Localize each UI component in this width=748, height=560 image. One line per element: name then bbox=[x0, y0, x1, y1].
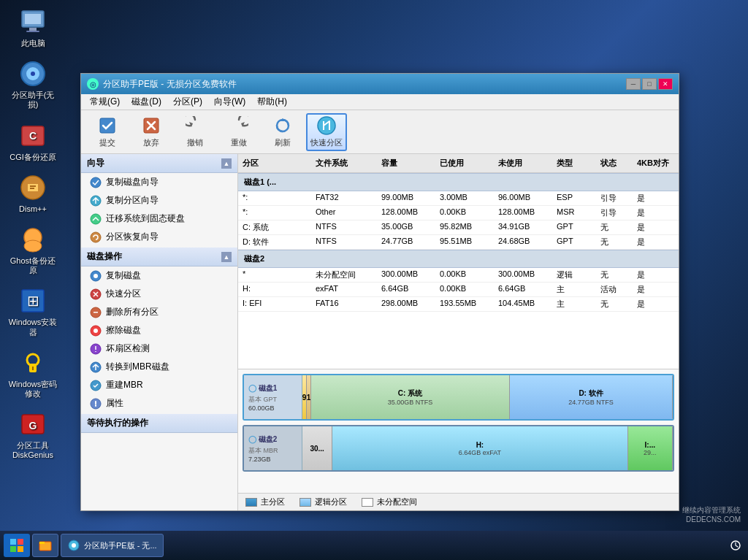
legend-bar: 主分区 逻辑分区 未分配空间 bbox=[238, 493, 679, 510]
sidebar-copy-partition-wizard[interactable]: 复制分区向导 bbox=[81, 191, 237, 210]
undo-label: 撤销 bbox=[187, 137, 203, 148]
maximize-button[interactable]: □ bbox=[642, 78, 657, 90]
table-row[interactable]: H: exFAT 6.64GB 0.00KB 6.64GB 主 活动 是 bbox=[238, 283, 679, 297]
table-row[interactable]: D: 软件 NTFS 24.77GB 95.51MB 24.68GB GPT 无… bbox=[238, 235, 679, 250]
svg-rect-16 bbox=[32, 367, 34, 370]
copy-partition-icon bbox=[90, 195, 102, 207]
menu-partition[interactable]: 分区(P) bbox=[167, 94, 208, 110]
seg-name: D: 软件 bbox=[579, 388, 603, 399]
disk2-unalloc-segment[interactable]: 30... bbox=[302, 426, 332, 470]
sidebar-quick-partition[interactable]: 快速分区 bbox=[81, 285, 237, 303]
table-row[interactable]: * 未分配空间 300.00MB 0.00KB 300.00MB 逻辑 无 是 bbox=[238, 268, 679, 283]
refresh-button[interactable]: 刷新 bbox=[262, 113, 303, 151]
partition-table: 分区 文件系统 容量 已使用 未使用 类型 状态 4KB对齐 磁盘1 (... … bbox=[238, 154, 679, 369]
cell-used: 0.00KB bbox=[435, 283, 494, 296]
table-row[interactable]: C: 系统 NTFS 35.00GB 95.82MB 34.91GB GPT 无… bbox=[238, 220, 679, 235]
sidebar-migrate-system[interactable]: 迁移系统到固态硬盘 bbox=[81, 210, 237, 228]
desktop-icon-wininstall[interactable]: ⊞ Windows安装器 bbox=[7, 286, 58, 337]
svg-point-6 bbox=[31, 72, 35, 76]
sidebar-properties[interactable]: 属性 bbox=[81, 394, 237, 413]
svg-point-11 bbox=[24, 240, 42, 252]
table-row[interactable]: I: EFI FAT16 298.00MB 193.55MB 104.45MB … bbox=[238, 297, 679, 312]
cell-status: 无 bbox=[596, 220, 633, 234]
ghost-icon bbox=[18, 225, 47, 254]
discard-button[interactable]: 放弃 bbox=[131, 113, 172, 151]
desktop-icon-winpwd[interactable]: Windows密码修改 bbox=[7, 348, 58, 399]
disk-ops-section-header: 磁盘操作 ▲ bbox=[81, 248, 237, 266]
disk2-info: ◯ 磁盘2 基本 MBR 7.23GB bbox=[244, 426, 302, 470]
taskbar-right bbox=[730, 540, 744, 551]
sidebar-partition-recovery[interactable]: 分区恢复向导 bbox=[81, 228, 237, 246]
taskbar-file-explorer[interactable] bbox=[32, 534, 58, 557]
col-type: 类型 bbox=[552, 156, 596, 170]
table-row[interactable]: *: Other 128.00MB 0.00KB 128.00MB MSR 引导… bbox=[238, 206, 679, 220]
disk2-type: 基本 MBR bbox=[248, 446, 297, 456]
properties-label: 属性 bbox=[106, 397, 123, 410]
menu-disk[interactable]: 磁盘(D) bbox=[126, 94, 167, 110]
menu-bar: 常规(G) 磁盘(D) 分区(P) 向导(W) 帮助(H) bbox=[81, 94, 679, 110]
cell-align: 是 bbox=[633, 206, 676, 220]
sidebar-wipe-disk[interactable]: 擦除磁盘 bbox=[81, 321, 237, 340]
cell-cap: 128.00MB bbox=[377, 206, 435, 220]
sidebar-rebuild-mbr[interactable]: 重建MBR bbox=[81, 376, 237, 394]
rebuild-mbr-icon bbox=[90, 380, 102, 391]
cell-status: 引导 bbox=[596, 191, 633, 205]
redo-button[interactable]: 重做 bbox=[218, 113, 259, 151]
discard-label: 放弃 bbox=[143, 137, 159, 148]
desktop-icon-cgi[interactable]: C CGI备份还原 bbox=[7, 121, 58, 162]
undo-button[interactable]: 撤销 bbox=[175, 113, 215, 151]
menu-regular[interactable]: 常规(G) bbox=[84, 94, 126, 110]
table-row[interactable]: *: FAT32 99.00MB 3.00MB 96.00MB ESP 引导 是 bbox=[238, 191, 679, 206]
desktop-icon-pc[interactable]: 此电脑 bbox=[7, 7, 58, 48]
minimize-button[interactable]: ─ bbox=[626, 78, 641, 90]
sidebar-convert-mbr[interactable]: 转换到MBR磁盘 bbox=[81, 358, 237, 376]
taskbar-app-item[interactable]: 分区助手PE版 - 无... bbox=[61, 534, 164, 557]
desktop-icon-dism[interactable]: Dism++ bbox=[7, 173, 58, 214]
start-button[interactable] bbox=[4, 534, 30, 557]
cell-unused: 300.00MB bbox=[494, 268, 552, 282]
sidebar-copy-disk-wizard[interactable]: 复制磁盘向导 bbox=[81, 173, 237, 191]
quick-partition-button[interactable]: 快速分区 bbox=[306, 113, 347, 151]
submit-button[interactable]: 提交 bbox=[87, 113, 128, 151]
refresh-label: 刷新 bbox=[275, 137, 291, 148]
cell-align: 是 bbox=[633, 297, 676, 311]
taskbar: 分区助手PE版 - 无... bbox=[0, 531, 748, 560]
svg-rect-43 bbox=[18, 546, 23, 552]
disk2-size: 7.23GB bbox=[248, 456, 297, 463]
disk2-i-segment[interactable]: I:... 29... bbox=[628, 426, 673, 470]
cell-align: 是 bbox=[633, 283, 676, 296]
cell-status: 无 bbox=[596, 235, 633, 249]
desktop-icon-partition[interactable]: 分区助手(无损) bbox=[7, 59, 58, 110]
cell-cap: 298.00MB bbox=[377, 297, 435, 311]
app-title: 分区助手PE版 - 无损分区免费软件 bbox=[103, 78, 626, 91]
cell-part: I: EFI bbox=[238, 297, 311, 311]
desktop: 此电脑 分区助手(无损) C CGI备份还原 bbox=[0, 0, 748, 560]
copy-disk-icon bbox=[90, 177, 102, 188]
disk1-c-segment[interactable]: C: 系统 35.00GB NTFS bbox=[311, 375, 510, 419]
menu-help[interactable]: 帮助(H) bbox=[251, 94, 293, 110]
disk1-partitions: 9 1 C: 系统 35.00GB NTFS bbox=[302, 375, 673, 419]
cell-cap: 99.00MB bbox=[377, 191, 435, 205]
wizard-collapse-btn[interactable]: ▲ bbox=[221, 158, 232, 169]
sidebar-bad-sector-check[interactable]: 坏扇区检测 bbox=[81, 340, 237, 358]
close-button[interactable]: ✕ bbox=[658, 78, 673, 90]
disk1-d-segment[interactable]: D: 软件 24.77GB NTFS bbox=[510, 375, 673, 419]
copy-partition-wizard-label: 复制分区向导 bbox=[106, 194, 159, 207]
sidebar-delete-all-partitions[interactable]: 删除所有分区 bbox=[81, 303, 237, 321]
diskgenius-icon: G bbox=[18, 410, 47, 439]
sidebar-copy-disk[interactable]: 复制磁盘 bbox=[81, 266, 237, 285]
desktop-icon-ghost[interactable]: Ghost备份还原 bbox=[7, 225, 58, 275]
legend-main-color bbox=[245, 498, 257, 507]
col-unused: 未使用 bbox=[494, 156, 552, 170]
cell-fs: FAT32 bbox=[311, 191, 377, 205]
disk2-h-segment[interactable]: H: 6.64GB exFAT bbox=[332, 426, 627, 470]
wipe-disk-icon bbox=[90, 325, 102, 337]
desktop-icons: 此电脑 分区助手(无损) C CGI备份还原 bbox=[7, 7, 58, 460]
ghost-icon-label: Ghost备份还原 bbox=[7, 256, 58, 275]
cell-used: 0.00KB bbox=[435, 206, 494, 220]
cell-align: 是 bbox=[633, 191, 676, 205]
menu-wizard[interactable]: 向导(W) bbox=[208, 94, 251, 110]
desktop-icon-diskgenius[interactable]: G 分区工具DiskGenius bbox=[7, 410, 58, 460]
cell-used: 3.00MB bbox=[435, 191, 494, 205]
disk-ops-collapse-btn[interactable]: ▲ bbox=[221, 252, 232, 262]
